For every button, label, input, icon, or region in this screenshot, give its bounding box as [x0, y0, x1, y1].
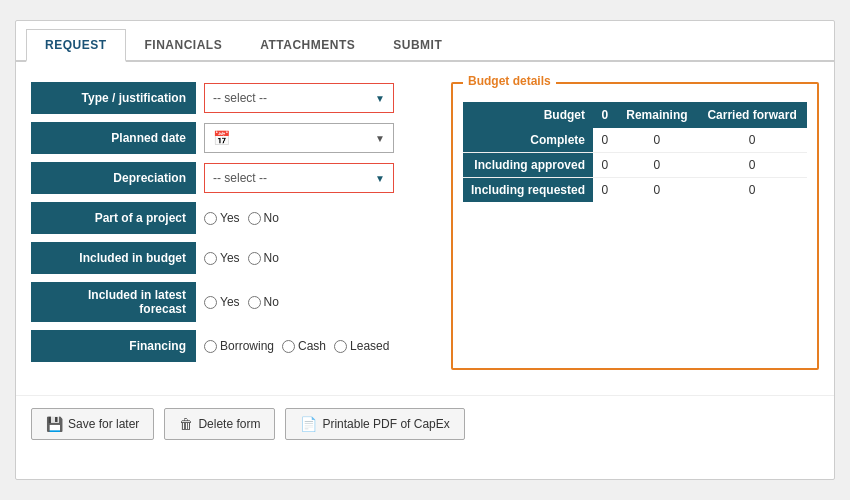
financing-group: Borrowing Cash Leased: [204, 339, 389, 353]
col-header-carried: Carried forward: [697, 102, 807, 128]
cell-approved-budget: 0: [593, 153, 617, 178]
form-row-financing: Financing Borrowing Cash Leased: [31, 330, 431, 362]
radio-borrowing[interactable]: Borrowing: [204, 339, 274, 353]
tab-financials[interactable]: FINANCIALS: [126, 29, 242, 60]
control-type: -- select -- ▼: [204, 83, 394, 113]
cell-approved-remaining: 0: [617, 153, 698, 178]
date-arrow: ▼: [375, 133, 385, 144]
cell-requested-carried: 0: [697, 178, 807, 203]
label-type: Type / justification: [31, 82, 196, 114]
cell-requested-remaining: 0: [617, 178, 698, 203]
radio-budget-yes[interactable]: Yes: [204, 251, 240, 265]
radio-group-forecast: Yes No: [204, 295, 279, 309]
form-row-forecast: Included in latest forecast Yes No: [31, 282, 431, 322]
main-container: REQUEST FINANCIALS ATTACHMENTS SUBMIT Ty…: [15, 20, 835, 480]
save-for-later-button[interactable]: 💾 Save for later: [31, 408, 154, 440]
row-label-approved: Including approved: [463, 153, 593, 178]
radio-forecast-yes[interactable]: Yes: [204, 295, 240, 309]
table-row: Including approved 0 0 0: [463, 153, 807, 178]
radio-project-no[interactable]: No: [248, 211, 279, 225]
select-type[interactable]: -- select -- ▼: [204, 83, 394, 113]
form-row-date: Planned date 📅 ▼: [31, 122, 431, 154]
form-row-depreciation: Depreciation -- select -- ▼: [31, 162, 431, 194]
select-depreciation-arrow: ▼: [375, 173, 385, 184]
radio-cash[interactable]: Cash: [282, 339, 326, 353]
radio-group-budget: Yes No: [204, 251, 279, 265]
date-input[interactable]: 📅 ▼: [204, 123, 394, 153]
control-date: 📅 ▼: [204, 123, 394, 153]
radio-budget-no[interactable]: No: [248, 251, 279, 265]
cell-complete-remaining: 0: [617, 128, 698, 153]
save-label: Save for later: [68, 417, 139, 431]
budget-section: Budget details Budget 0 Remaining Carrie…: [451, 82, 819, 370]
label-forecast: Included in latest forecast: [31, 282, 196, 322]
col-header-remaining: Remaining: [617, 102, 698, 128]
tab-request[interactable]: REQUEST: [26, 29, 126, 62]
col-header-value: 0: [593, 102, 617, 128]
delete-label: Delete form: [198, 417, 260, 431]
control-depreciation: -- select -- ▼: [204, 163, 394, 193]
form-row-project: Part of a project Yes No: [31, 202, 431, 234]
label-financing: Financing: [31, 330, 196, 362]
form-row-budget: Included in budget Yes No: [31, 242, 431, 274]
label-budget: Included in budget: [31, 242, 196, 274]
tab-bar: REQUEST FINANCIALS ATTACHMENTS SUBMIT: [16, 21, 834, 62]
table-row: Including requested 0 0 0: [463, 178, 807, 203]
calendar-icon: 📅: [213, 130, 230, 146]
tab-attachments[interactable]: ATTACHMENTS: [241, 29, 374, 60]
content-area: Type / justification -- select -- ▼ Plan…: [16, 62, 834, 385]
radio-leased[interactable]: Leased: [334, 339, 389, 353]
control-financing: Borrowing Cash Leased: [204, 339, 389, 353]
label-date: Planned date: [31, 122, 196, 154]
select-type-value: -- select --: [213, 91, 267, 105]
budget-title: Budget details: [463, 74, 556, 88]
label-project: Part of a project: [31, 202, 196, 234]
select-depreciation-value: -- select --: [213, 171, 267, 185]
pdf-icon: 📄: [300, 416, 317, 432]
cell-complete-carried: 0: [697, 128, 807, 153]
print-pdf-button[interactable]: 📄 Printable PDF of CapEx: [285, 408, 464, 440]
form-row-type: Type / justification -- select -- ▼: [31, 82, 431, 114]
row-label-requested: Including requested: [463, 178, 593, 203]
select-type-arrow: ▼: [375, 93, 385, 104]
table-row: Complete 0 0 0: [463, 128, 807, 153]
tab-submit[interactable]: SUBMIT: [374, 29, 461, 60]
delete-form-button[interactable]: 🗑 Delete form: [164, 408, 275, 440]
delete-icon: 🗑: [179, 416, 193, 432]
control-forecast: Yes No: [204, 295, 279, 309]
radio-project-yes[interactable]: Yes: [204, 211, 240, 225]
select-depreciation[interactable]: -- select -- ▼: [204, 163, 394, 193]
control-budget: Yes No: [204, 251, 279, 265]
radio-forecast-no[interactable]: No: [248, 295, 279, 309]
form-section: Type / justification -- select -- ▼ Plan…: [31, 82, 431, 370]
cell-approved-carried: 0: [697, 153, 807, 178]
cell-complete-budget: 0: [593, 128, 617, 153]
pdf-label: Printable PDF of CapEx: [322, 417, 449, 431]
label-depreciation: Depreciation: [31, 162, 196, 194]
col-header-budget: Budget: [463, 102, 593, 128]
cell-requested-budget: 0: [593, 178, 617, 203]
control-project: Yes No: [204, 211, 279, 225]
budget-table: Budget 0 Remaining Carried forward Compl…: [463, 102, 807, 202]
radio-group-project: Yes No: [204, 211, 279, 225]
save-icon: 💾: [46, 416, 63, 432]
footer: 💾 Save for later 🗑 Delete form 📄 Printab…: [16, 395, 834, 452]
row-label-complete: Complete: [463, 128, 593, 153]
